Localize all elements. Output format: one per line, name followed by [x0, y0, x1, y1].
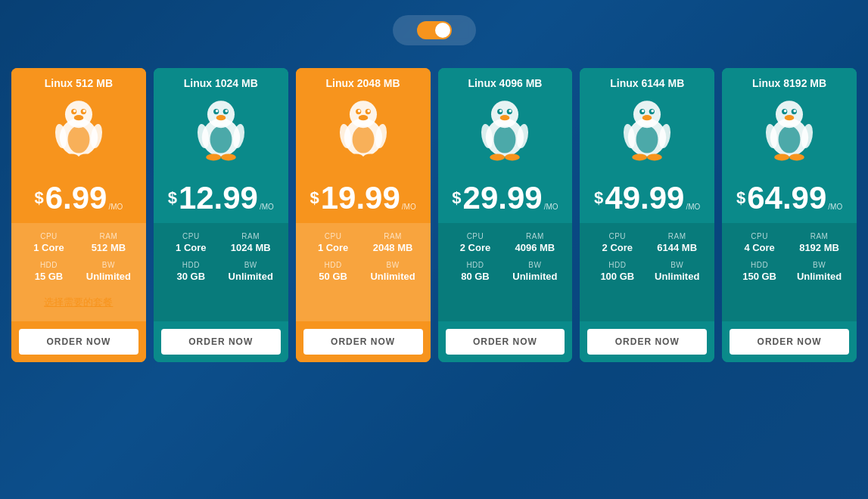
spec-bw-linux-2048: BW Unlimited: [363, 261, 423, 282]
spec-ram-linux-1024: RAM 1024 MB: [221, 232, 281, 253]
svg-point-1: [68, 126, 90, 153]
price-amount-linux-1024: 12.99: [179, 182, 258, 214]
spec-hdd-linux-512: HDD 15 GB: [19, 261, 79, 282]
spec-cpu-linux-6144: CPU 2 Core: [587, 232, 647, 253]
spec-ram-linux-512: RAM 512 MB: [79, 232, 138, 253]
order-button-linux-1024[interactable]: ORDER NOW: [161, 329, 281, 355]
price-container-linux-512: $ 6.99 /MO: [19, 182, 138, 214]
bw-value-linux-8192: Unlimited: [789, 271, 849, 282]
plan-card-linux-512: Linux 512 MB $ 6.99 /MO: [11, 68, 146, 362]
svg-point-38: [491, 101, 518, 128]
cpu-value-linux-2048: 1 Core: [303, 242, 363, 253]
billing-toggle-container: [393, 15, 476, 45]
order-button-linux-6144[interactable]: ORDER NOW: [587, 329, 707, 355]
page-wrapper: Linux 512 MB $ 6.99 /MO: [0, 0, 868, 377]
specs-row-cpu-ram-linux-6144: CPU 2 Core RAM 6144 MB: [587, 232, 707, 253]
card-footer-linux-2048: ORDER NOW: [296, 321, 431, 362]
card-footer-linux-512: ORDER NOW: [11, 321, 146, 362]
hdd-value-linux-1024: 30 GB: [161, 271, 221, 282]
price-container-linux-1024: $ 12.99 /MO: [161, 182, 281, 214]
bw-label-linux-6144: BW: [647, 261, 707, 269]
ram-value-linux-8192: 8192 MB: [789, 242, 849, 253]
svg-point-29: [357, 110, 360, 113]
price-section-linux-6144: $ 49.99 /MO: [580, 171, 714, 223]
svg-point-2: [65, 101, 92, 128]
price-mo-linux-8192: /MO: [828, 203, 842, 214]
svg-point-7: [74, 115, 84, 120]
order-button-linux-8192[interactable]: ORDER NOW: [730, 329, 849, 355]
card-header-linux-512: Linux 512 MB: [11, 68, 146, 171]
cpu-label-linux-8192: CPU: [730, 232, 789, 240]
svg-point-9: [79, 153, 94, 160]
card-title-linux-4096: Linux 4096 MB: [446, 77, 565, 89]
svg-point-13: [210, 126, 232, 153]
order-button-linux-2048[interactable]: ORDER NOW: [303, 329, 423, 355]
card-header-linux-8192: Linux 8192 MB: [722, 68, 857, 171]
specs-row-cpu-ram-linux-1024: CPU 1 Core RAM 1024 MB: [161, 232, 281, 253]
card-header-linux-6144: Linux 6144 MB: [580, 68, 714, 171]
ram-label-linux-6144: RAM: [647, 232, 707, 240]
svg-point-57: [647, 153, 662, 160]
price-amount-linux-4096: 29.99: [463, 182, 543, 214]
svg-point-67: [785, 115, 795, 120]
hdd-label-linux-512: HDD: [19, 261, 79, 269]
spec-cpu-linux-8192: CPU 4 Core: [730, 232, 789, 253]
svg-point-17: [216, 110, 219, 113]
specs-section-linux-4096: CPU 2 Core RAM 4096 MB HDD 80 GB BW Unli…: [438, 223, 573, 321]
svg-point-25: [352, 126, 374, 153]
spec-cpu-linux-512: CPU 1 Core: [19, 232, 79, 253]
svg-point-66: [793, 110, 796, 113]
specs-row-hdd-bw-linux-8192: HDD 150 GB BW Unlimited: [730, 261, 849, 282]
price-dollar-linux-512: $: [34, 182, 43, 208]
cpu-label-linux-512: CPU: [19, 232, 79, 240]
price-mo-linux-512: /MO: [108, 203, 123, 214]
spec-ram-linux-6144: RAM 6144 MB: [647, 232, 707, 253]
card-title-linux-512: Linux 512 MB: [19, 77, 138, 89]
price-section-linux-1024: $ 12.99 /MO: [154, 171, 288, 223]
bw-value-linux-512: Unlimited: [79, 271, 138, 282]
card-title-linux-2048: Linux 2048 MB: [303, 77, 423, 89]
specs-row-hdd-bw-linux-2048: HDD 50 GB BW Unlimited: [303, 261, 423, 282]
svg-point-68: [774, 153, 789, 160]
order-button-linux-4096[interactable]: ORDER NOW: [446, 329, 565, 355]
svg-point-6: [82, 110, 86, 113]
tux-icon-linux-1024: [161, 95, 281, 163]
tux-icon-linux-512: [19, 95, 138, 163]
svg-point-55: [642, 115, 652, 120]
plan-card-linux-8192: Linux 8192 MB $ 64.99 /MO: [722, 68, 857, 362]
cpu-label-linux-6144: CPU: [587, 232, 647, 240]
order-button-linux-512[interactable]: ORDER NOW: [19, 329, 138, 355]
svg-point-65: [784, 110, 787, 113]
svg-point-53: [642, 110, 645, 113]
hdd-label-linux-4096: HDD: [446, 261, 506, 269]
ram-label-linux-1024: RAM: [221, 232, 281, 240]
specs-row-cpu-ram-linux-8192: CPU 4 Core RAM 8192 MB: [730, 232, 849, 253]
card-footer-linux-6144: ORDER NOW: [580, 321, 714, 362]
svg-point-69: [789, 153, 804, 160]
svg-point-19: [216, 115, 226, 120]
select-text-linux-512[interactable]: 选择需要的套餐: [19, 290, 138, 312]
billing-toggle-switch[interactable]: [417, 21, 452, 39]
spec-cpu-linux-1024: CPU 1 Core: [161, 232, 221, 253]
hdd-value-linux-8192: 150 GB: [730, 271, 789, 282]
hdd-label-linux-8192: HDD: [730, 261, 789, 269]
svg-point-18: [225, 110, 228, 113]
price-container-linux-2048: $ 19.99 /MO: [303, 182, 423, 214]
price-section-linux-2048: $ 19.99 /MO: [296, 171, 431, 223]
svg-point-45: [505, 153, 520, 160]
tux-icon-linux-2048: [303, 95, 423, 163]
price-amount-linux-8192: 64.99: [747, 182, 826, 214]
cpu-value-linux-512: 1 Core: [19, 242, 79, 253]
spec-hdd-linux-1024: HDD 30 GB: [161, 261, 221, 282]
cpu-value-linux-6144: 2 Core: [587, 242, 647, 253]
price-container-linux-8192: $ 64.99 /MO: [730, 182, 849, 214]
cpu-label-linux-1024: CPU: [161, 232, 221, 240]
tux-icon-linux-6144: [587, 95, 707, 163]
price-mo-linux-1024: /MO: [260, 203, 274, 214]
card-title-linux-8192: Linux 8192 MB: [730, 77, 849, 89]
ram-label-linux-8192: RAM: [789, 232, 849, 240]
bw-value-linux-6144: Unlimited: [647, 271, 707, 282]
specs-section-linux-512: CPU 1 Core RAM 512 MB HDD 15 GB BW Unlim…: [11, 223, 146, 321]
price-dollar-linux-6144: $: [594, 182, 603, 208]
specs-row-hdd-bw-linux-1024: HDD 30 GB BW Unlimited: [161, 261, 281, 282]
